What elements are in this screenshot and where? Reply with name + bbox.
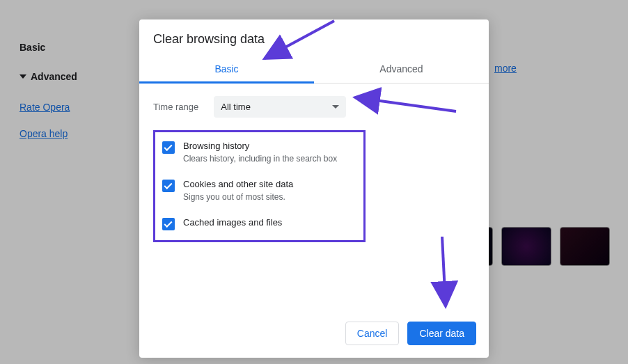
tab-basic[interactable]: Basic — [139, 56, 314, 83]
option-title: Browsing history — [183, 141, 337, 151]
clear-data-button[interactable]: Clear data — [407, 322, 476, 345]
option-subtitle: Signs you out of most sites. — [183, 192, 293, 202]
clear-browsing-data-dialog: Clear browsing data Basic Advanced Time … — [139, 19, 489, 358]
checkbox-checked-icon[interactable] — [162, 180, 175, 192]
option-subtitle: Clears history, including in the search … — [183, 154, 337, 164]
tab-advanced[interactable]: Advanced — [314, 56, 489, 83]
option-title: Cookies and other site data — [183, 179, 293, 189]
time-range-select[interactable]: All time — [214, 96, 346, 118]
dialog-footer: Cancel Clear data — [139, 313, 489, 358]
option-cookies[interactable]: Cookies and other site data Signs you ou… — [162, 179, 356, 202]
time-range-value: All time — [221, 102, 251, 112]
option-title: Cached images and files — [183, 217, 282, 228]
time-range-row: Time range All time — [153, 96, 475, 118]
checkbox-checked-icon[interactable] — [162, 141, 175, 154]
time-range-label: Time range — [153, 102, 198, 112]
checkbox-checked-icon[interactable] — [162, 218, 175, 230]
dialog-tabs: Basic Advanced — [139, 56, 489, 84]
option-browsing-history[interactable]: Browsing history Clears history, includi… — [162, 141, 356, 164]
chevron-down-icon — [332, 105, 339, 109]
option-cached-images[interactable]: Cached images and files — [162, 217, 356, 230]
options-group: Browsing history Clears history, includi… — [153, 130, 366, 242]
dialog-title: Clear browsing data — [139, 19, 489, 56]
cancel-button[interactable]: Cancel — [345, 322, 400, 345]
